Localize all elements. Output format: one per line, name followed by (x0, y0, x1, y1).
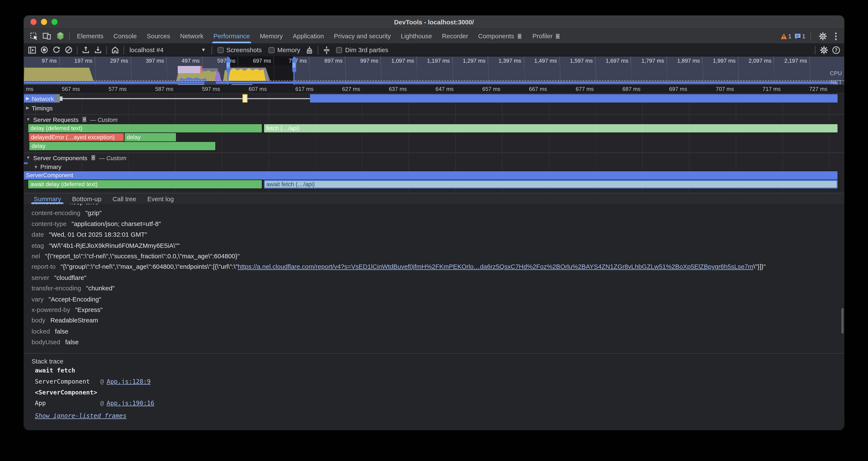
warning-icon (780, 33, 787, 39)
screen: DevTools - localhost:3000/ ElementsConso… (0, 0, 868, 461)
report-to-link[interactable]: https://a.nel.cloudflare.com/report/v4?s… (238, 263, 753, 270)
cpu-baseline (24, 80, 844, 81)
details-tab-bottom-up[interactable]: Bottom-up (67, 194, 107, 204)
event-bar[interactable]: delay (125, 133, 176, 141)
ruler-tick: 697 ms (642, 85, 689, 93)
tab-privacy-and-security[interactable]: Privacy and security (329, 29, 396, 43)
show-ignore-listed-frames-link[interactable]: Show ignore-listed frames (35, 410, 844, 422)
ruler-tick: 647 ms (409, 85, 455, 93)
tab-lighthouse[interactable]: Lighthouse (396, 29, 437, 43)
ruler-tick: 607 ms (222, 85, 269, 93)
frame-source-link[interactable]: App.js:190:16 (106, 400, 154, 407)
tab-recorder[interactable]: Recorder (437, 29, 473, 43)
screenshots-checkbox[interactable]: Screenshots (214, 47, 265, 53)
net-activity-bar (24, 82, 204, 84)
network-track-header[interactable]: ▶ Network (26, 94, 54, 103)
warning-count: 1 (788, 33, 792, 39)
frame-source-link[interactable]: App.js:128:9 (106, 378, 151, 385)
tab-memory[interactable]: Memory (255, 29, 288, 43)
summary-pane[interactable]: connection"keep-alive"content-encoding"g… (24, 204, 844, 430)
timings-track-header[interactable]: ▶ Timings (26, 103, 53, 113)
details-tab-call-tree[interactable]: Call tree (107, 194, 142, 204)
property-row: x-powered-by"Express" (24, 307, 844, 317)
at-symbol: @ (100, 400, 104, 407)
collect-garbage-icon[interactable] (304, 44, 316, 56)
timings-track[interactable]: ▶ Timings (24, 103, 844, 113)
warnings-badge[interactable]: 1 (780, 33, 792, 39)
minimize-window-button[interactable] (41, 19, 47, 25)
event-bar[interactable]: delay (29, 142, 215, 150)
timeline-overview[interactable]: 97 ms197 ms297 ms397 ms497 ms597 ms697 m… (24, 56, 844, 85)
property-row: transfer-encoding"chunked" (24, 285, 844, 296)
event-bar[interactable]: await delay (deferred text) (28, 180, 262, 189)
property-key: report-to (32, 263, 56, 270)
kebab-menu-icon[interactable] (832, 32, 840, 40)
flame-chart-tracks[interactable]: ▶ Network ▶ Timings ▼ Server Requests — … (24, 94, 844, 193)
tab-network[interactable]: Network (175, 29, 209, 43)
tab-profiler[interactable]: Profiler (528, 29, 566, 43)
overview-tick: 1,497 ms (524, 56, 560, 65)
event-bar[interactable]: ServerComponent (24, 171, 837, 180)
server-requests-row: delay (24, 142, 844, 151)
property-row: report-to"{\"group\":\"cf-nel\",\"max_ag… (24, 263, 844, 274)
reload-record-icon[interactable] (51, 44, 63, 56)
capture-settings-gear-icon[interactable] (817, 46, 830, 54)
property-key: server (32, 274, 49, 281)
property-value: "{\"report_to\":\"cf-nel\",\"success_fra… (45, 253, 240, 259)
network-track[interactable]: ▶ Network (24, 94, 844, 103)
memory-checkbox[interactable]: Memory (265, 47, 304, 53)
tab-performance[interactable]: Performance (209, 29, 255, 43)
toggle-sidebar-icon[interactable] (26, 44, 38, 56)
ruler-tick: 617 ms (269, 85, 315, 93)
property-value: "keep-alive" (67, 204, 101, 206)
devtools-tab-bar: ElementsConsoleSourcesNetworkPerformance… (24, 29, 844, 44)
tab-elements[interactable]: Elements (72, 29, 108, 43)
event-bar[interactable]: fetch (…/api) (264, 124, 837, 133)
help-icon[interactable]: ? (830, 46, 842, 54)
upload-profile-icon[interactable] (80, 44, 92, 56)
selection-handle-left[interactable] (226, 57, 230, 73)
scrollbar-thumb[interactable] (841, 308, 844, 334)
profile-selector[interactable]: localhost #4 ▼ (126, 47, 209, 53)
home-icon[interactable] (109, 44, 121, 56)
network-whisker-cap (60, 96, 63, 101)
details-tab-summary[interactable]: Summary (28, 194, 66, 204)
node-logo-icon[interactable] (54, 29, 67, 43)
overview-tick: 1,797 ms (631, 56, 667, 65)
network-pending-bar[interactable] (242, 94, 247, 103)
property-row: nel"{\"report_to\":\"cf-nel\",\"success_… (24, 253, 844, 263)
title-bar[interactable]: DevTools - localhost:3000/ (24, 16, 844, 29)
collapse-icon[interactable] (321, 44, 333, 56)
close-window-button[interactable] (31, 19, 37, 25)
response-properties: connection"keep-alive"content-encoding"g… (24, 204, 844, 349)
zoom-window-button[interactable] (52, 19, 58, 25)
primary-group-header[interactable]: ▼ Primary (24, 162, 844, 171)
selection-handle-right[interactable] (292, 57, 296, 73)
network-request-bar[interactable] (310, 94, 837, 103)
overview-tick: 697 ms (238, 56, 274, 65)
download-profile-icon[interactable] (92, 44, 104, 56)
settings-gear-icon[interactable] (816, 32, 829, 40)
property-value: "application/json; charset=utf-8" (71, 221, 161, 227)
event-bar[interactable]: delayedError (…ayed exception) (29, 133, 124, 141)
clear-icon[interactable] (63, 44, 75, 56)
main-tabs: ElementsConsoleSourcesNetworkPerformance… (72, 29, 566, 43)
overview-tick: 1,697 ms (595, 56, 631, 65)
tab-label: Application (293, 33, 324, 39)
record-icon[interactable] (38, 44, 51, 56)
tab-console[interactable]: Console (108, 29, 142, 43)
issues-badge[interactable]: 1 (794, 33, 805, 39)
event-bar[interactable]: delay (deferred text) (28, 124, 262, 133)
details-tab-event-log[interactable]: Event log (142, 194, 179, 204)
tab-sources[interactable]: Sources (142, 29, 175, 43)
tab-application[interactable]: Application (288, 29, 329, 43)
server-requests-header[interactable]: ▼ Server Requests — Custom (24, 114, 844, 124)
server-components-header[interactable]: ▼ Server Components — Custom (24, 152, 844, 163)
tab-components[interactable]: Components (473, 29, 528, 43)
stack-frame: App@App.js:190:16 (35, 400, 844, 410)
inspect-element-icon[interactable] (27, 29, 40, 43)
performance-toolbar: localhost #4 ▼ Screenshots Memory Dim 3r… (24, 44, 844, 57)
event-bar[interactable]: await fetch (…/api) (264, 180, 837, 189)
dim-3rd-parties-checkbox[interactable]: Dim 3rd parties (333, 47, 392, 53)
device-toolbar-icon[interactable] (40, 29, 54, 43)
